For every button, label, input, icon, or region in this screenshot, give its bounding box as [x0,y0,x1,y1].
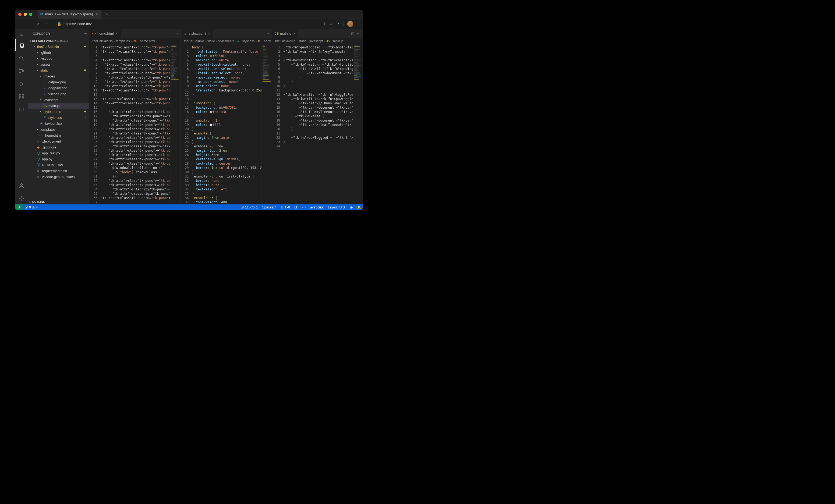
explorer-sidebar: EXPLORER ⋯ ▾ DEFAULT (WORKSPACE) ▾theCat… [28,29,89,204]
favorite-icon[interactable]: ✩ [330,22,333,26]
menu-icon[interactable]: ☰ [15,31,28,38]
run-debug-icon[interactable] [15,78,28,90]
search-icon[interactable] [15,52,28,64]
back-button[interactable]: ← [18,22,24,26]
breadcrumbs-1[interactable]: theCatSaidNo› templates› <> home.html› … [89,38,181,44]
outline-section[interactable]: ▸ OUTLINE [28,199,89,204]
file-readme[interactable]: ⓘREADME.md [28,162,89,168]
braces-icon: { } [302,206,305,209]
workspace: ☰ [15,29,363,204]
error-icon: ⓧ [25,205,28,210]
new-tab-button[interactable]: ＋ [105,12,109,17]
file-mainjs[interactable]: JSmain.js [28,103,89,109]
folder-images[interactable]: ▾images [28,73,89,79]
folder-stylesheets[interactable]: ▾stylesheets [28,109,89,114]
svg-rect-7 [19,94,21,96]
sidebar-more-icon[interactable]: ⋯ [84,32,87,36]
editor-more-icon[interactable]: ⋯ [174,31,178,36]
file-gitignore[interactable]: ◆.gitignore [28,144,89,150]
extensions-activity-icon[interactable] [15,91,28,103]
status-bar: ⇄ ⓧ0 ⚠4 Ln 11, Col 1 Spaces: 4 UTF-8 LF … [15,204,363,210]
file-apppy[interactable]: ⬡app.py [28,156,89,162]
file-deployment[interactable]: ≡.deployment [28,138,89,144]
accounts-icon[interactable] [15,180,28,191]
folder-vscode[interactable]: ▸.vscode [28,56,89,61]
minimize-window-icon[interactable] [24,13,27,16]
code-editor-2[interactable]: 1234567891011121314151617181920212223242… [181,44,272,204]
editor-more-icon[interactable]: ⋯ [265,31,269,36]
split-editor-icon[interactable]: ◫ [351,31,354,36]
folder-github[interactable]: ▸.github [28,49,89,56]
keyboard-layout[interactable]: Layout: U.S. [326,204,348,210]
file-homehtml[interactable]: <>home.html [28,132,89,138]
editor-area: <> home.html ✕ ⋯ theCatSaidNo› templates… [89,29,363,204]
minimap-1[interactable] [170,44,181,204]
close-window-icon[interactable] [18,13,22,16]
remote-explorer-icon[interactable] [15,104,28,115]
eol[interactable]: LF [292,204,300,210]
home-button[interactable]: ⌂ [44,22,49,26]
close-icon[interactable]: ✕ [208,32,210,36]
svg-point-4 [19,69,21,70]
file-dogpaw[interactable]: ▫dogpaw.png [28,85,89,91]
svg-point-2 [19,56,22,59]
settings-icon[interactable] [15,193,28,204]
chevron-down-icon: ▾ [29,40,31,42]
editor-tabs-1: <> home.html ✕ ⋯ [89,29,181,38]
indentation[interactable]: Spaces: 4 [260,204,279,210]
file-favicon[interactable]: ★favicon.ico [28,121,89,126]
file-stylecss[interactable]: #style.css4 [28,114,89,121]
folder-assets[interactable]: ▸assets [28,61,89,67]
problems-indicator[interactable]: ⓧ0 ⚠4 [23,204,40,210]
editor-actions-1: ⋯ [171,29,181,38]
code-editor-3[interactable]: 123456789101112131415161718192021222324 … [272,44,363,204]
html-file-icon: <> [92,31,96,36]
url-input[interactable] [63,22,315,26]
separator [343,22,344,26]
maximize-window-icon[interactable] [29,13,32,16]
address-bar[interactable]: 🔒 [57,22,315,26]
more-icon[interactable]: ⋯ [357,22,361,26]
minimap-3[interactable] [353,44,363,204]
extensions-icon[interactable]: ⧩ [337,22,340,26]
breadcrumbs-2[interactable]: theCatSaidNo› static› stylesheets› # sty… [181,38,272,44]
page-icon[interactable]: 🗎 [323,22,326,26]
file-ghissues[interactable]: ○vscode.github-issues [28,174,89,180]
remote-indicator[interactable]: ⇄ [15,204,23,210]
breadcrumbs-3[interactable]: theCatSaidNo› static› javascript› JS mai… [272,38,363,44]
svg-line-3 [22,59,24,61]
tab-stylecss[interactable]: # style.css 4 ✕ [181,29,213,38]
reload-button[interactable]: ⟳ [35,22,41,26]
close-icon[interactable]: ✕ [116,32,118,36]
lock-icon: 🔒 [57,22,61,26]
tab-mainjs[interactable]: JS main.js ✕ [272,29,298,38]
browser-tab-title: main.js — default (Workspace) [45,12,93,16]
minimap-2[interactable] [262,44,272,204]
sidebar-header: EXPLORER ⋯ [28,29,89,38]
language-mode[interactable]: { } JavaScript [300,204,326,210]
file-apptest[interactable]: ⬡app_test.py [28,150,89,156]
folder-templates[interactable]: ▾templates [28,126,89,132]
code-editor-1[interactable]: 1234567891011121314151617181920212223242… [89,44,181,204]
file-requirements[interactable]: ≡requirements.txt [28,168,89,174]
folder-root[interactable]: ▾theCatSaidNo [28,44,89,49]
file-vscodepng[interactable]: ▫vscode.png [28,91,89,97]
editor-more-icon[interactable]: ⋯ [357,31,361,36]
folder-static[interactable]: ▾static [28,67,89,73]
source-control-icon[interactable] [15,65,28,77]
cursor-position[interactable]: Ln 11, Col 1 [238,204,260,210]
file-catpaw[interactable]: ▫catpaw.png [28,79,89,85]
explorer-icon[interactable] [15,39,28,51]
close-icon[interactable]: ✕ [293,32,296,36]
folder-javascript[interactable]: ▾javascript [28,97,89,103]
feedback-icon[interactable]: ◉ [348,204,355,210]
encoding[interactable]: UTF-8 [279,204,292,210]
profile-avatar[interactable] [347,21,353,27]
notifications-icon[interactable]: 🔔 [355,204,363,210]
close-tab-icon[interactable]: ✕ [95,12,98,16]
forward-button: → [26,22,32,26]
browser-tab[interactable]: ⧉ main.js — default (Workspace) ✕ [38,10,101,19]
workspace-section[interactable]: ▾ DEFAULT (WORKSPACE) [28,38,89,44]
editor-tabs-3: JS main.js ✕ ◫ ⋯ [272,29,363,38]
tab-homehtml[interactable]: <> home.html ✕ [89,29,121,38]
